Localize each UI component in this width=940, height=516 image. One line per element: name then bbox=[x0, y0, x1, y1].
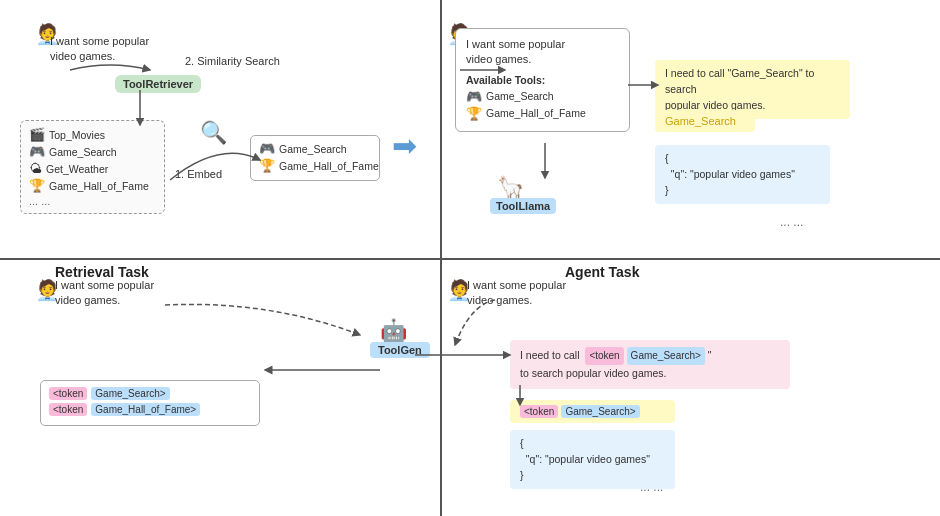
token-tag-inline: <token bbox=[585, 347, 623, 365]
game-icon: 🎮 bbox=[29, 144, 45, 159]
list-item: 🎬 Top_Movies bbox=[29, 127, 156, 142]
br-pink-box: I need to call <token Game_Search> " to … bbox=[510, 340, 790, 389]
game-icon: 🎮 bbox=[466, 89, 482, 104]
tl-embed-label: 1. Embed bbox=[175, 168, 222, 180]
tool-name: Get_Weather bbox=[46, 163, 108, 175]
bl-user-text: I want some popularvideo games. bbox=[55, 278, 170, 309]
token-tag-pink: <token bbox=[49, 387, 87, 400]
token-line: <token Game_Search> bbox=[49, 387, 251, 400]
list-item: 🏆 Game_Hall_of_Fame bbox=[29, 178, 156, 193]
trophy-icon: 🏆 bbox=[29, 178, 45, 193]
tr-main-box: I want some popularvideo games. Availabl… bbox=[455, 28, 630, 132]
br-arrow-toolgen-to-pink bbox=[415, 340, 520, 370]
token-tag-blue: Game_Search> bbox=[91, 387, 169, 400]
tl-tool-list: 🎬 Top_Movies 🎮 Game_Search 🌤 Get_Weather… bbox=[20, 120, 165, 214]
tr-main-box-title: I want some popularvideo games. bbox=[466, 37, 619, 68]
tr-yellow-tool: Game_Search bbox=[655, 110, 755, 132]
big-arrow: ➡ bbox=[392, 128, 417, 163]
token-tag-blue: Game_Hall_of_Fame> bbox=[91, 403, 200, 416]
br-toolgen-icon: 🤖 bbox=[380, 318, 407, 344]
tool-name: Game_Hall_of_Fame bbox=[486, 107, 586, 119]
tr-available-label: Available Tools: bbox=[466, 74, 619, 86]
br-user-text: I want some popularvideo games. bbox=[467, 278, 582, 309]
token-tag-pink: <token bbox=[49, 403, 87, 416]
tool-name: Game_Hall_of_Fame bbox=[49, 180, 149, 192]
token-line: <token Game_Hall_of_Fame> bbox=[49, 403, 251, 416]
tl-search-icon: 🔍 bbox=[200, 120, 227, 146]
vertical-divider bbox=[440, 0, 442, 516]
token-tag-pink: <token bbox=[520, 405, 558, 418]
bl-arrow-to-toolgen bbox=[160, 295, 380, 355]
br-toolgen-label: ToolGen bbox=[370, 342, 430, 358]
tl-tool-retriever-box: ToolRetriever bbox=[115, 75, 201, 93]
list-item: 🎮 Game_Search bbox=[29, 144, 156, 159]
tool-name: Top_Movies bbox=[49, 129, 105, 141]
tl-retrieved-box: 🎮 Game_Search 🏆 Game_Hall_of_Fame bbox=[250, 135, 380, 181]
tr-toolllama-label: ToolLlama bbox=[490, 198, 556, 214]
tool-name: Game_Hall_of_Fame bbox=[279, 160, 379, 172]
retrieved-item: 🏆 Game_Hall_of_Fame bbox=[259, 158, 371, 173]
tl-similarity-label: 2. Similarity Search bbox=[185, 55, 280, 67]
game-icon: 🎮 bbox=[259, 141, 275, 156]
tr-arrow-box-to-toolllama bbox=[535, 143, 555, 183]
tool-name: Game_Search bbox=[486, 90, 554, 102]
br-yellow-token: <token Game_Search> bbox=[510, 400, 675, 423]
horizontal-divider bbox=[0, 258, 940, 260]
token-tag-inline-blue: Game_Search> bbox=[627, 347, 705, 365]
retrieved-item: 🎮 Game_Search bbox=[259, 141, 371, 156]
tr-tool-item: 🏆 Game_Hall_of_Fame bbox=[466, 106, 619, 121]
bl-arrow-toolgen-to-token bbox=[260, 355, 390, 385]
br-ellipsis: ... ... bbox=[640, 480, 663, 494]
weather-icon: 🌤 bbox=[29, 161, 42, 176]
tool-name: Game_Search bbox=[279, 143, 347, 155]
tr-blue-box: { "q": "popular video games"} bbox=[655, 145, 830, 204]
bl-token-box: <token Game_Search> <token Game_Hall_of_… bbox=[40, 380, 260, 426]
movies-icon: 🎬 bbox=[29, 127, 45, 142]
list-item: 🌤 Get_Weather bbox=[29, 161, 156, 176]
tl-ellipsis: ... ... bbox=[29, 195, 156, 207]
trophy-icon: 🏆 bbox=[466, 106, 482, 121]
tr-ellipsis: ... ... bbox=[780, 215, 803, 229]
tl-user-text: I want some popular video games. bbox=[50, 34, 170, 65]
diagram-container: Retrieval Task Agent Task 🧑‍💼 I want som… bbox=[0, 0, 940, 516]
tl-user-bubble: I want some popular video games. bbox=[50, 30, 170, 65]
token-tag-blue: Game_Search> bbox=[561, 405, 639, 418]
tr-tool-item: 🎮 Game_Search bbox=[466, 89, 619, 104]
tool-name: Game_Search bbox=[49, 146, 117, 158]
trophy-icon: 🏆 bbox=[259, 158, 275, 173]
